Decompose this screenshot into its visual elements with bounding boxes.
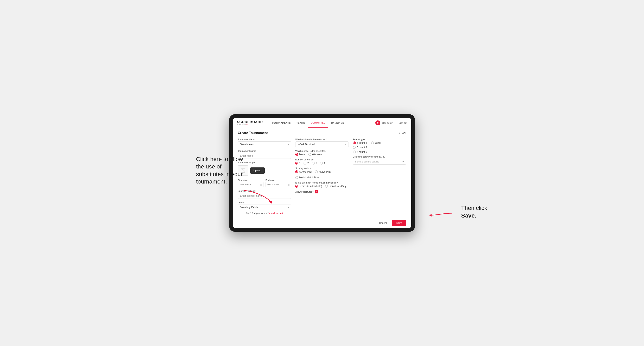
- format-type-group: Format type 5 count 4 Other: [353, 138, 406, 154]
- form-footer: Cancel Save: [233, 218, 411, 228]
- 6count4-radio[interactable]: [353, 146, 356, 149]
- allow-substitutes-label: Allow substitutes?: [295, 190, 314, 193]
- nav-committee[interactable]: COMMITTEE: [308, 118, 328, 128]
- stroke-play[interactable]: Stroke Play: [295, 170, 312, 173]
- tournament-logo-group: Tournament logo Upload: [238, 161, 291, 176]
- tournament-logo-label: Tournament logo: [238, 161, 291, 164]
- mens-label: Mens: [299, 153, 305, 156]
- calendar-end-icon: ▦: [288, 183, 290, 186]
- round-1[interactable]: 1: [295, 162, 301, 165]
- gender-womens[interactable]: Womens: [308, 153, 322, 156]
- svg-marker-1: [429, 214, 432, 216]
- round-3-radio[interactable]: [312, 162, 315, 165]
- individuals-radio[interactable]: [325, 185, 328, 188]
- individuals-option[interactable]: Individuals Only: [325, 185, 346, 188]
- annotation-right: Then click Save.: [461, 204, 487, 219]
- rounds-label: Number of rounds: [295, 158, 349, 161]
- dates-group: Start date ▦ End date: [238, 178, 291, 187]
- nav-user: B blair admin | Sign out: [375, 120, 407, 125]
- round-4-label: 4: [324, 162, 325, 165]
- save-button[interactable]: Save: [392, 220, 406, 226]
- division-label: Which division is the event for?: [295, 138, 349, 141]
- calendar-icon: ▦: [260, 183, 262, 186]
- logo-clippd: clippd: [246, 124, 251, 125]
- format-radio-group: 5 count 4 Other 6 count 4: [353, 142, 406, 154]
- allow-substitutes-item: Allow substitutes?: [295, 190, 349, 193]
- gender-label: Which gender is the event for?: [295, 150, 349, 152]
- upload-button[interactable]: Upload: [250, 168, 265, 173]
- 5count4-option[interactable]: 5 count 4: [353, 142, 367, 144]
- nav-tournaments[interactable]: TOURNAMENTS: [269, 118, 294, 128]
- round-1-label: 1: [299, 162, 301, 165]
- medal-match-play[interactable]: Medal Match Play: [295, 176, 319, 179]
- division-group: Which division is the event for? NCAA Di…: [295, 138, 349, 147]
- navigation: SCOREBOARD Powered by clippd TOURNAMENTS…: [233, 118, 411, 128]
- womens-radio[interactable]: [308, 153, 311, 156]
- round-4-radio[interactable]: [320, 162, 323, 165]
- venue-select[interactable]: Search golf club: [238, 204, 291, 210]
- tournament-name-label: Tournament name: [238, 150, 291, 152]
- scoring-service-select[interactable]: Select a scoring service: [353, 159, 406, 165]
- teams-radio[interactable]: [295, 185, 298, 188]
- nav-divider: |: [396, 122, 396, 124]
- annotation-left: Click here to allow the use of substitut…: [196, 156, 246, 185]
- round-2-label: 2: [308, 162, 309, 165]
- nav-teams[interactable]: TEAMS: [294, 118, 308, 128]
- stroke-play-radio[interactable]: [295, 170, 298, 173]
- arrow-right-icon: [428, 209, 454, 217]
- division-select[interactable]: NCAA Division I: [295, 142, 349, 147]
- 6count5-option[interactable]: 6 count 5: [353, 151, 367, 154]
- tournament-host-label: Tournament Host: [238, 138, 291, 141]
- cancel-button[interactable]: Cancel: [376, 220, 389, 226]
- nav-links: TOURNAMENTS TEAMS COMMITTEE RANKINGS: [269, 118, 375, 128]
- teams-option[interactable]: Teams (+Individuals): [295, 185, 322, 188]
- match-play-radio[interactable]: [315, 170, 318, 173]
- round-2-radio[interactable]: [304, 162, 306, 165]
- round-1-radio[interactable]: [295, 162, 298, 165]
- user-avatar: B: [375, 120, 380, 125]
- format-row-1: 5 count 4 Other: [353, 142, 406, 144]
- scoring-api-group: Use third-party live scoring API? Select…: [353, 156, 406, 165]
- medal-match-radio[interactable]: [295, 176, 298, 179]
- end-date-label: End date: [266, 179, 274, 181]
- tournament-host-group: Tournament Host Search team: [238, 138, 291, 147]
- 6count5-radio[interactable]: [353, 151, 356, 154]
- round-3[interactable]: 3: [312, 162, 317, 165]
- match-play-label: Match Play: [319, 170, 331, 173]
- match-play[interactable]: Match Play: [315, 170, 331, 173]
- 6count4-option[interactable]: 6 count 4: [353, 146, 367, 149]
- rounds-group: Number of rounds 1 2: [295, 158, 349, 165]
- logo-scoreboard: SCOREBOARD: [237, 120, 263, 124]
- gender-mens[interactable]: Mens: [295, 153, 305, 156]
- mens-radio[interactable]: [295, 153, 298, 156]
- start-date-wrap: ▦: [238, 182, 264, 187]
- event-for-label: Is this event for Teams and/or Individua…: [295, 181, 349, 184]
- back-button[interactable]: ‹ Back: [399, 132, 406, 135]
- sign-out-link[interactable]: Sign out: [399, 122, 407, 124]
- other-option[interactable]: Other: [371, 142, 381, 144]
- email-support-link[interactable]: email support: [269, 212, 283, 214]
- round-3-label: 3: [316, 162, 317, 165]
- nav-rankings[interactable]: RANKINGS: [328, 118, 347, 128]
- format-type-label: Format type: [353, 138, 406, 141]
- event-for-group: Is this event for Teams and/or Individua…: [295, 181, 349, 188]
- allow-substitutes-checkbox[interactable]: [315, 190, 318, 193]
- 6count5-label: 6 count 5: [357, 151, 367, 154]
- womens-label: Womens: [312, 153, 322, 156]
- venue-help: Can't find your venue? email support: [238, 212, 291, 214]
- scoring-system-label: Scoring system: [295, 167, 349, 170]
- form-col-middle: Which division is the event for? NCAA Di…: [295, 138, 349, 214]
- tablet-device: SCOREBOARD Powered by clippd TOURNAMENTS…: [229, 114, 415, 232]
- scoring-api-label: Use third-party live scoring API?: [353, 156, 406, 158]
- page-title: Create Tournament: [238, 131, 268, 135]
- tournament-host-select[interactable]: Search team: [238, 142, 291, 147]
- user-name: blair admin: [382, 122, 393, 124]
- other-radio[interactable]: [371, 142, 374, 144]
- arrow-left-icon: [242, 188, 274, 205]
- 5count4-radio[interactable]: [353, 142, 356, 144]
- round-4[interactable]: 4: [320, 162, 325, 165]
- round-2[interactable]: 2: [304, 162, 309, 165]
- date-row: Start date ▦ End date: [238, 178, 291, 187]
- tournament-name-input[interactable]: [238, 153, 291, 159]
- logo-powered-by: Powered by clippd: [237, 124, 263, 125]
